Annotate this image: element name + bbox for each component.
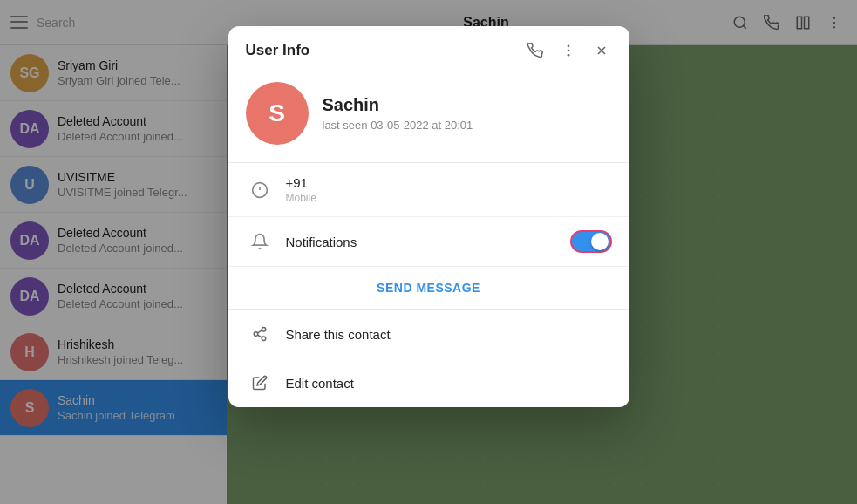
svg-point-7 [567, 44, 569, 47]
notifications-label: Notifications [286, 235, 570, 249]
modal-header: User Info [228, 26, 629, 72]
svg-point-8 [567, 50, 569, 52]
share-contact-action[interactable]: Share this contact [228, 310, 629, 358]
notifications-row: Notifications [228, 217, 629, 267]
svg-point-15 [262, 328, 266, 332]
edit-contact-action[interactable]: Edit contact [228, 358, 629, 407]
user-info-section: S Sachin last seen 03-05-2022 at 20:01 [228, 72, 629, 163]
phone-value: +91 [286, 175, 612, 190]
modal-header-actions [525, 40, 612, 61]
svg-point-9 [567, 54, 569, 57]
svg-line-19 [257, 330, 262, 333]
user-avatar: S [246, 82, 309, 145]
phone-row: +91 Mobile [228, 163, 629, 217]
user-name: Sachin [323, 95, 612, 115]
call-icon[interactable] [525, 40, 546, 61]
svg-point-16 [254, 332, 258, 337]
send-message-button[interactable]: SEND MESSAGE [228, 267, 629, 310]
svg-point-17 [262, 337, 266, 341]
modal-title: User Info [246, 42, 310, 59]
notifications-toggle[interactable] [570, 230, 612, 253]
phone-info: +91 Mobile [286, 175, 612, 204]
bell-icon [246, 228, 274, 255]
user-info-modal: User Info S Sachin [228, 26, 629, 407]
user-status: last seen 03-05-2022 at 20:01 [323, 119, 612, 132]
edit-contact-label: Edit contact [286, 376, 354, 391]
phone-label: Mobile [286, 192, 612, 204]
share-icon [246, 320, 274, 348]
more-options-modal-icon[interactable] [558, 40, 579, 61]
info-circle-icon [246, 176, 274, 204]
share-contact-label: Share this contact [286, 327, 391, 342]
edit-icon [246, 369, 274, 397]
toggle-knob [591, 233, 609, 250]
close-icon[interactable] [591, 40, 612, 61]
user-details: Sachin last seen 03-05-2022 at 20:01 [323, 95, 612, 132]
svg-line-18 [257, 335, 262, 337]
